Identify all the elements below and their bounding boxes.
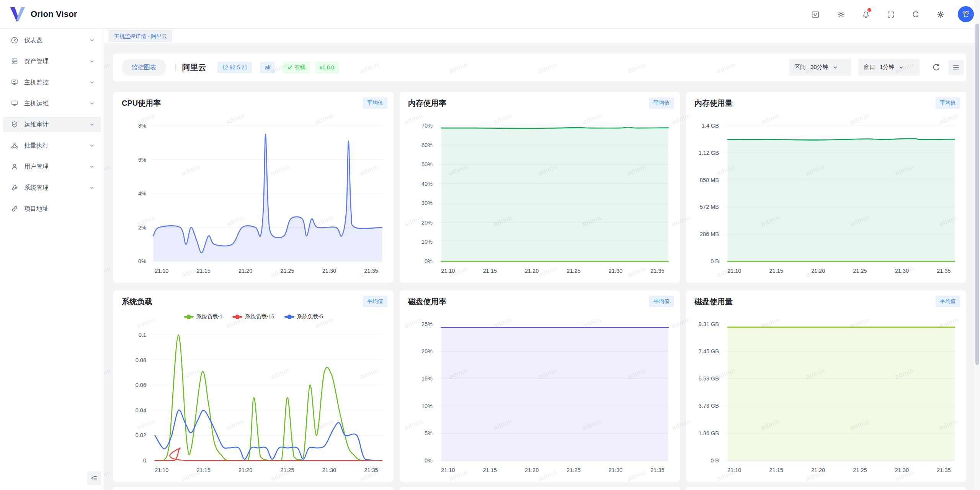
svg-text:0.1: 0.1 xyxy=(139,332,146,338)
scrollbar-thumb[interactable] xyxy=(975,24,979,365)
cpu-usage-card: CPU使用率 平均值 0%2%4%6%8%21:1021:1521:2021:2… xyxy=(113,92,394,283)
refresh-charts-button[interactable] xyxy=(932,63,941,72)
fullscreen-icon[interactable] xyxy=(883,7,898,22)
card-title: 系统负载 xyxy=(122,297,152,307)
svg-text:21:20: 21:20 xyxy=(811,467,825,473)
legend-marker xyxy=(184,316,194,318)
orion-visor-logo-icon xyxy=(9,6,26,22)
svg-text:1.12 GB: 1.12 GB xyxy=(699,150,719,156)
hamburger-menu-icon xyxy=(952,64,959,71)
sidebar-item-label: 系统管理 xyxy=(24,184,84,192)
refresh-icon[interactable] xyxy=(908,7,923,22)
check-icon xyxy=(287,65,292,70)
legend-item[interactable]: 系统负载-5 xyxy=(284,313,323,320)
legend-marker xyxy=(284,316,294,318)
svg-text:0.08: 0.08 xyxy=(136,357,146,363)
svg-text:21:35: 21:35 xyxy=(937,268,951,274)
chevron-down-icon xyxy=(90,38,94,43)
code-panel-icon[interactable] xyxy=(808,7,823,22)
svg-text:21:30: 21:30 xyxy=(895,467,909,473)
window-select[interactable]: 窗口 1分钟 xyxy=(858,59,920,76)
svg-text:0%: 0% xyxy=(138,258,146,264)
host-toolbar-card: 监控图表 阿里云 12.92.5.21 ali 在线 v1.0.0 区间 30分… xyxy=(113,54,966,81)
sidebar-item-batch-exec[interactable]: 批量执行 xyxy=(3,138,101,153)
legend-label: 系统负载-5 xyxy=(297,313,323,320)
svg-text:10%: 10% xyxy=(421,403,433,409)
disk-usage-rate-chart[interactable]: 0%5%10%15%20%25%21:1021:1521:2021:2521:3… xyxy=(400,313,680,478)
sidebar-item-project-link[interactable]: 项目地址 xyxy=(3,201,101,216)
memory-usage-amount-chart[interactable]: 0 B286 MB572 MB858 MB1.12 GB1.4 GB21:102… xyxy=(686,114,966,279)
disk-usage-amount-chart[interactable]: 0 B1.86 GB3.73 GB5.59 GB7.45 GB9.31 GB21… xyxy=(686,313,966,478)
legend-item[interactable]: 系统负载-15 xyxy=(232,313,274,320)
svg-text:3.73 GB: 3.73 GB xyxy=(699,403,719,409)
page-scrollbar[interactable] xyxy=(974,0,980,490)
brightness-theme-icon[interactable] xyxy=(833,7,849,22)
sidebar-item-dashboard[interactable]: 仪表盘 xyxy=(3,33,101,48)
legend-marker xyxy=(232,316,242,318)
system-load-chart[interactable]: 系统负载-1系统负载-15系统负载-500.020.040.060.080.12… xyxy=(113,313,394,478)
svg-text:21:30: 21:30 xyxy=(609,467,622,473)
chevron-down-icon xyxy=(90,59,94,64)
svg-text:21:10: 21:10 xyxy=(727,467,741,473)
link-icon xyxy=(11,205,18,213)
svg-text:21:20: 21:20 xyxy=(525,268,539,274)
svg-text:20%: 20% xyxy=(421,220,433,226)
svg-text:50%: 50% xyxy=(421,161,433,167)
sidebar-item-user-mgmt[interactable]: 用户管理 xyxy=(3,159,101,174)
svg-text:21:30: 21:30 xyxy=(895,268,909,274)
svg-text:21:15: 21:15 xyxy=(483,268,497,274)
sidebar-item-system-mgmt[interactable]: 系统管理 xyxy=(3,180,101,195)
sidebar-item-label: 主机运维 xyxy=(24,100,84,108)
memory-usage-amount-card: 内存使用量 平均值 0 B286 MB572 MB858 MB1.12 GB1.… xyxy=(686,92,966,283)
sidebar-item-label: 资产管理 xyxy=(24,57,84,66)
watermark-text: admin xyxy=(104,265,112,279)
chart-legend: 系统负载-1系统负载-15系统负载-5 xyxy=(113,313,394,320)
svg-text:7.45 GB: 7.45 GB xyxy=(699,348,719,354)
svg-text:10%: 10% xyxy=(421,239,433,245)
svg-text:21:35: 21:35 xyxy=(364,467,378,473)
chevron-down-icon xyxy=(833,65,838,70)
legend-item[interactable]: 系统负载-1 xyxy=(184,313,222,320)
system-load-card: 系统负载 平均值 系统负载-1系统负载-15系统负载-500.020.040.0… xyxy=(113,290,394,482)
svg-text:0.06: 0.06 xyxy=(136,382,146,388)
average-badge: 平均值 xyxy=(649,97,674,109)
svg-text:0 B: 0 B xyxy=(710,457,719,464)
memory-usage-rate-chart[interactable]: 0%10%20%30%40%50%60%70%21:1021:1521:2021… xyxy=(400,114,680,279)
average-badge: 平均值 xyxy=(649,296,674,307)
legend-label: 系统负载-1 xyxy=(196,313,222,320)
svg-text:21:35: 21:35 xyxy=(650,268,664,274)
sidebar-item-ops-audit[interactable]: 运维审计 xyxy=(3,117,101,132)
legend-marker-dot xyxy=(186,315,191,319)
sidebar-item-label: 项目地址 xyxy=(24,205,101,213)
sidebar-item-host-ops[interactable]: 主机运维 xyxy=(3,96,101,111)
app-logo[interactable]: Orion Visor xyxy=(9,6,77,22)
sidebar-item-host-monitoring[interactable]: 主机监控 xyxy=(3,75,101,90)
chevron-down-icon xyxy=(90,143,94,148)
breadcrumb-tab[interactable]: 主机监控详情 - 阿里云 xyxy=(109,30,172,42)
monitor-chart-tab-button[interactable]: 监控图表 xyxy=(122,59,166,76)
card-title: 磁盘使用率 xyxy=(408,297,446,307)
notifications-bell-icon[interactable] xyxy=(858,7,874,22)
range-select[interactable]: 区间 30分钟 xyxy=(789,59,851,76)
toolbar-divider xyxy=(175,63,176,72)
svg-text:21:15: 21:15 xyxy=(769,268,783,274)
svg-text:0.04: 0.04 xyxy=(136,407,146,413)
cpu-usage-chart[interactable]: 0%2%4%6%8%21:1021:1521:2021:2521:3021:35 xyxy=(113,114,394,279)
host-code-badge: ali xyxy=(260,62,275,73)
card-title: CPU使用率 xyxy=(122,98,161,108)
agent-version-badge: v1.0.0 xyxy=(315,62,339,73)
user-avatar[interactable]: 管 xyxy=(958,6,974,22)
sidebar-collapse-button[interactable] xyxy=(87,471,101,485)
chart-list-menu-button[interactable] xyxy=(948,60,964,75)
average-badge: 平均值 xyxy=(363,97,387,109)
svg-text:21:20: 21:20 xyxy=(811,268,825,274)
range-select-value: 30分钟 xyxy=(810,64,828,71)
settings-gear-icon[interactable] xyxy=(933,7,948,22)
app-header: Orion Visor xyxy=(0,0,980,29)
sidebar-item-assets[interactable]: 资产管理 xyxy=(3,54,101,69)
svg-text:21:10: 21:10 xyxy=(727,268,741,274)
cluster-icon xyxy=(11,142,18,149)
watermark-text: admin xyxy=(104,61,112,75)
svg-text:60%: 60% xyxy=(421,142,433,148)
svg-text:21:15: 21:15 xyxy=(769,467,783,473)
